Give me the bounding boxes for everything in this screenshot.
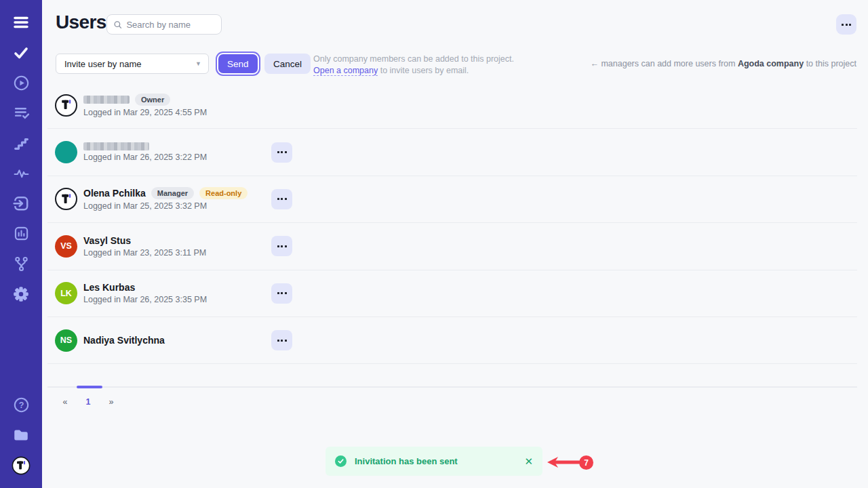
sidebar-item-activity-icon[interactable] [0,159,42,189]
user-row: NSNadiya Svitlychna [47,317,857,364]
search-input[interactable] [126,20,216,30]
ellipsis-icon [842,24,851,26]
user-info: Logged in Mar 26, 2025 3:22 PM [83,142,271,162]
pagination-prev-button[interactable]: « [58,396,72,408]
user-list: OwnerLogged in Mar 29, 2025 4:55 PMLogge… [47,82,857,364]
last-login-text: Logged in Mar 25, 2025 3:32 PM [83,201,271,211]
user-info: Les KurbasLogged in Mar 26, 2025 3:35 PM [83,282,271,304]
sidebar-item-help-icon[interactable]: ? [0,390,42,421]
invite-select-value: Invite user by name [64,59,141,69]
sidebar: ? [0,0,42,488]
list-check-icon [13,104,30,121]
user-name-line: Owner [83,94,271,106]
last-login-text: Logged in Mar 29, 2025 4:55 PM [83,108,271,117]
hint-suffix: to this project [804,59,856,68]
user-avatar: VS [55,235,77,258]
sidebar-item-folder-icon[interactable] [0,420,42,451]
brand-logo [12,456,31,475]
user-row: VSVasyl StusLogged in Mar 23, 2025 3:11 … [47,223,857,270]
sidebar-item-check-icon[interactable] [0,38,42,68]
pagination-rule [47,386,857,388]
role-badge-read-only: Read-only [199,187,248,199]
help-icon: ? [13,396,30,413]
sidebar-item-brand-logo[interactable] [0,451,42,481]
sidebar-item-steps-icon[interactable] [0,128,42,159]
toast-notification: Inivitation has been sent ✕ [326,447,542,476]
user-name: Olena Pchilka [83,188,146,199]
menu-icon [12,13,31,32]
user-row: LKLes KurbasLogged in Mar 26, 2025 3:35 … [47,270,857,317]
branch-icon [13,256,30,272]
sidebar-item-play-circle-icon[interactable] [0,68,42,98]
user-row-menu-button[interactable] [271,189,292,209]
user-info: OwnerLogged in Mar 29, 2025 4:55 PM [83,94,271,117]
ellipsis-icon [277,151,287,153]
invite-user-select[interactable]: Invite user by name ▼ [56,54,209,74]
search-box[interactable] [106,14,222,35]
pagination-page-1-button[interactable]: 1 [81,396,95,408]
user-row: Olena PchilkaManagerRead-onlyLogged in M… [47,176,857,223]
sign-in-icon [12,195,30,212]
last-login-text: Logged in Mar 23, 2025 3:11 PM [83,248,271,258]
user-name-line: Olena PchilkaManagerRead-only [83,187,271,199]
chevron-down-icon: ▼ [195,60,201,67]
user-info: Nadiya Svitlychna [83,335,271,346]
user-name-line [83,142,271,150]
page-title: Users [56,12,106,33]
hint-company-name: Agoda company [738,59,804,68]
play-circle-icon [13,75,30,92]
pagination-next-button[interactable]: » [104,396,118,408]
user-name-line: Les Kurbas [83,282,271,293]
activity-icon [13,165,30,182]
svg-text:?: ? [18,401,24,410]
last-login-text: Logged in Mar 26, 2025 3:35 PM [83,295,271,304]
user-name: Nadiya Svitlychna [83,335,165,346]
sidebar-item-menu-icon[interactable] [0,7,42,38]
role-badge-manager: Manager [151,187,194,199]
user-name: Vasyl Stus [83,235,131,246]
send-button[interactable]: Send [217,53,259,75]
pagination: « 1 » [58,396,118,408]
toast-message: Inivitation has been sent [355,456,458,466]
sidebar-item-list-check-icon[interactable] [0,98,42,129]
sidebar-item-branch-icon[interactable] [0,249,42,279]
user-row-menu-button[interactable] [271,330,292,350]
invite-info-line2-rest: to invite users by email. [378,66,469,75]
cancel-button[interactable]: Cancel [264,54,311,74]
user-name-line: Vasyl Stus [83,235,271,246]
role-badge-owner: Owner [135,94,170,106]
user-avatar: NS [55,329,77,352]
user-name: Les Kurbas [83,282,135,293]
last-login-text: Logged in Mar 26, 2025 3:22 PM [83,152,271,162]
user-avatar [55,141,77,163]
sidebar-item-bar-chart-icon[interactable] [0,219,42,249]
sidebar-top-icons [0,7,42,309]
brand-logo-avatar [55,188,77,210]
sidebar-bottom-icons: ? [0,390,42,481]
annotation-arrow-icon [547,456,580,468]
steps-icon [13,135,30,152]
success-check-icon [335,455,347,467]
ellipsis-icon [277,245,287,247]
user-row-menu-button[interactable] [271,142,292,163]
annotation-step-badge: 7 [579,455,593,470]
toast-close-button[interactable]: ✕ [524,456,533,466]
user-row-menu-button[interactable] [271,283,292,304]
bar-chart-icon [13,225,30,242]
invite-info: Only company members can be added to thi… [313,54,514,77]
user-row: OwnerLogged in Mar 29, 2025 4:55 PM [47,82,857,129]
ellipsis-icon [277,198,287,200]
redacted-user-name [83,96,130,104]
redacted-user-name [83,142,149,150]
folder-icon [12,426,30,444]
ellipsis-icon [277,340,287,342]
page-more-button[interactable] [836,14,856,35]
sidebar-item-gear-icon[interactable] [0,279,42,310]
user-avatar: LK [55,282,77,304]
sidebar-item-sign-in-icon[interactable] [0,188,42,219]
brand-logo-avatar [55,94,77,117]
user-info: Olena PchilkaManagerRead-onlyLogged in M… [83,187,271,211]
open-company-link[interactable]: Open a company [313,66,378,76]
invite-info-line2: Open a company to invite users by email. [313,65,514,77]
user-row-menu-button[interactable] [271,236,292,256]
